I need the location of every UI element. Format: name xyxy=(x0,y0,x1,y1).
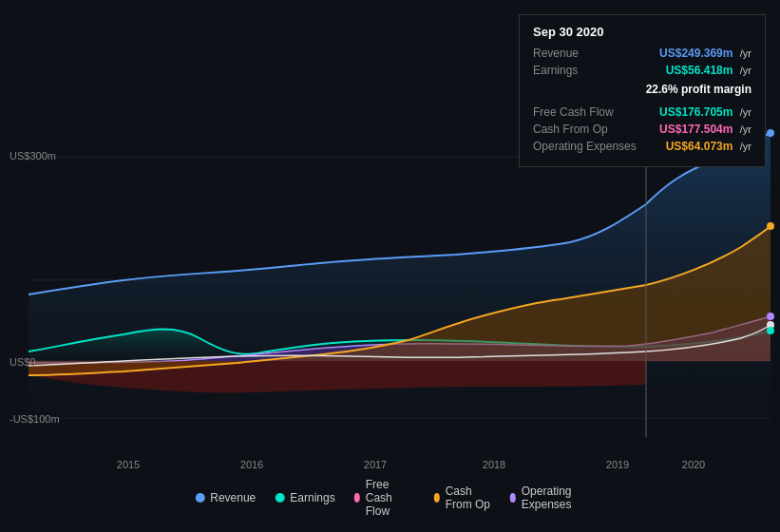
tooltip-row-earnings: Earnings US$56.418m /yr xyxy=(533,64,751,77)
x-axis-2015: 2015 xyxy=(117,459,140,470)
tooltip-row-margin: 22.6% profit margin xyxy=(533,81,751,100)
tooltip-label-fcf: Free Cash Flow xyxy=(533,105,637,119)
svg-point-8 xyxy=(767,222,774,230)
x-axis-2020: 2020 xyxy=(682,459,705,470)
legend-dot-revenue xyxy=(195,493,204,503)
tooltip-date: Sep 30 2020 xyxy=(533,25,751,39)
legend-item-opex[interactable]: Operating Expenses xyxy=(510,484,585,511)
x-axis-2016: 2016 xyxy=(240,459,263,470)
tooltip-label-earnings: Earnings xyxy=(533,64,637,77)
legend-dot-opex xyxy=(510,493,516,503)
svg-point-11 xyxy=(767,327,774,334)
x-axis-2019: 2019 xyxy=(606,459,629,470)
legend-label-opex: Operating Expenses xyxy=(522,484,585,511)
tooltip-value-cfo: US$177.504m /yr xyxy=(659,123,751,136)
legend-item-cfo[interactable]: Cash From Op xyxy=(434,484,491,511)
y-axis-zero: US$0 xyxy=(10,356,36,368)
x-axis-2017: 2017 xyxy=(364,459,387,470)
tooltip: Sep 30 2020 Revenue US$249.369m /yr Earn… xyxy=(519,14,766,167)
legend-item-revenue[interactable]: Revenue xyxy=(195,491,256,504)
legend-dot-cfo xyxy=(434,493,440,503)
legend-dot-earnings xyxy=(275,493,284,503)
svg-point-7 xyxy=(767,129,774,137)
chart-container: US$300m US$0 -US$100m 2015 2016 2017 201… xyxy=(0,0,780,532)
tooltip-label-opex: Operating Expenses xyxy=(533,140,637,153)
legend-item-earnings[interactable]: Earnings xyxy=(275,491,334,504)
legend-dot-fcf xyxy=(354,493,360,503)
tooltip-row-opex: Operating Expenses US$64.073m /yr xyxy=(533,140,751,153)
y-axis-top: US$300m xyxy=(10,150,56,162)
tooltip-profit-margin: 22.6% profit margin xyxy=(646,83,751,96)
chart-legend: Revenue Earnings Free Cash Flow Cash Fro… xyxy=(195,478,585,518)
tooltip-label-revenue: Revenue xyxy=(533,47,637,60)
tooltip-row-fcf: Free Cash Flow US$176.705m /yr xyxy=(533,105,751,119)
tooltip-row-cfo: Cash From Op US$177.504m /yr xyxy=(533,123,751,136)
tooltip-row-revenue: Revenue US$249.369m /yr xyxy=(533,47,751,60)
tooltip-value-fcf: US$176.705m /yr xyxy=(659,105,751,119)
x-axis-2018: 2018 xyxy=(483,459,505,470)
tooltip-value-opex: US$64.073m /yr xyxy=(666,140,751,153)
tooltip-value-earnings: US$56.418m /yr xyxy=(666,64,751,77)
legend-item-fcf[interactable]: Free Cash Flow xyxy=(354,478,415,518)
legend-label-fcf: Free Cash Flow xyxy=(366,478,415,518)
legend-label-revenue: Revenue xyxy=(210,491,256,504)
y-axis-bottom: -US$100m xyxy=(10,413,60,425)
svg-point-9 xyxy=(767,313,774,320)
legend-label-cfo: Cash From Op xyxy=(446,484,491,511)
tooltip-label-cfo: Cash From Op xyxy=(533,123,637,136)
legend-label-earnings: Earnings xyxy=(290,491,334,504)
tooltip-value-revenue: US$249.369m /yr xyxy=(659,47,751,60)
